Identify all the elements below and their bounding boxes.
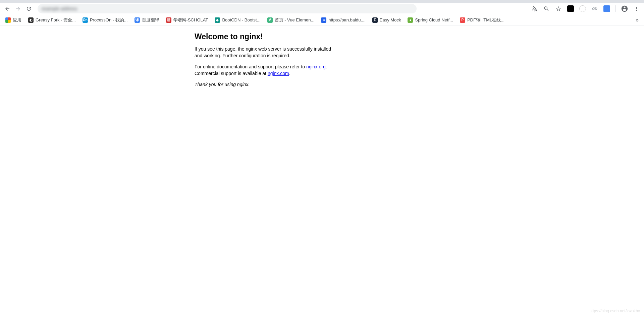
nginx-com-link[interactable]: nginx.com [268, 71, 289, 76]
bookmark-item-8[interactable]: ●Spring Cloud Netf... [405, 16, 455, 24]
bookmark-item-7[interactable]: EEasy Mock [370, 16, 404, 24]
bookmarks-bar: 应用 ◐Greasy Fork - 安全...OnProcessOn - 我的.… [0, 15, 644, 25]
arrow-left-icon [4, 6, 10, 12]
links-paragraph: For online documentation and support ple… [195, 64, 335, 77]
toolbar-actions [530, 4, 641, 13]
bookmark-item-1[interactable]: OnProcessOn - 我的... [80, 16, 130, 24]
bookmark-item-6[interactable]: ∞https://pan.baidu.... [318, 16, 368, 24]
apps-grid-icon [5, 17, 11, 23]
bookmark-item-3[interactable]: 斯学者网-SCHOLAT [163, 16, 211, 24]
reload-button[interactable] [24, 4, 34, 13]
bookmark-favicon: ◐ [28, 17, 34, 23]
nginx-org-link[interactable]: nginx.org [306, 64, 326, 69]
bookmark-label: PDF转HTML在线... [467, 17, 504, 23]
zoom-icon[interactable] [542, 4, 551, 13]
arrow-right-icon [15, 6, 21, 12]
apps-label: 应用 [13, 17, 21, 23]
bookmark-favicon: E [372, 17, 378, 23]
bookmark-label: Greasy Fork - 安全... [36, 17, 76, 23]
bookmark-label: 百度翻译 [142, 17, 159, 23]
bookmark-label: Spring Cloud Netf... [415, 17, 453, 22]
extension-1-icon[interactable] [566, 4, 575, 13]
bookmarks-overflow[interactable]: » [633, 16, 641, 24]
address-bar[interactable]: example address [38, 4, 417, 13]
browser-toolbar: example address [0, 3, 644, 15]
back-button[interactable] [3, 4, 12, 13]
menu-icon[interactable] [632, 4, 641, 13]
bookmark-favicon: P [460, 17, 465, 23]
bookmark-star-icon[interactable] [554, 4, 563, 13]
extension-4-icon[interactable] [602, 4, 611, 13]
extension-2-icon[interactable] [578, 4, 587, 13]
toolbar-separator [615, 5, 616, 12]
thanks-paragraph: Thank you for using nginx. [195, 81, 335, 88]
reload-icon [26, 6, 32, 12]
bookmark-favicon: 译 [135, 17, 140, 23]
bookmark-item-9[interactable]: PPDF转HTML在线... [457, 16, 507, 24]
bookmark-favicon: V [267, 17, 273, 23]
apps-bookmark[interactable]: 应用 [3, 16, 24, 24]
translate-icon[interactable] [530, 4, 539, 13]
bookmark-label: ProcessOn - 我的... [90, 17, 128, 23]
forward-button[interactable] [13, 4, 23, 13]
bookmark-favicon: 斯 [166, 17, 171, 23]
profile-icon[interactable] [620, 4, 629, 13]
bookmark-label: BootCDN - Bootst... [222, 17, 260, 22]
bookmark-label: https://pan.baidu.... [328, 17, 366, 22]
bookmark-item-0[interactable]: ◐Greasy Fork - 安全... [25, 16, 78, 24]
address-text: example address [42, 6, 77, 11]
bookmark-favicon: ◆ [215, 17, 220, 23]
bookmark-item-4[interactable]: ◆BootCDN - Bootst... [212, 16, 263, 24]
bookmark-label: Easy Mock [380, 17, 401, 22]
bookmark-favicon: ● [408, 17, 413, 23]
browser-chrome: example address [0, 0, 644, 25]
tab-strip [0, 0, 644, 3]
intro-paragraph: If you see this page, the nginx web serv… [195, 46, 335, 59]
bookmark-favicon: ∞ [321, 17, 326, 23]
bookmark-label: 学者网-SCHOLAT [173, 17, 208, 23]
page-content: Welcome to nginx! If you see this page, … [188, 25, 456, 100]
bookmark-label: 首页 - Vue Elemen... [275, 17, 315, 23]
extension-3-icon[interactable] [590, 4, 599, 13]
bookmark-item-5[interactable]: V首页 - Vue Elemen... [265, 16, 317, 24]
page-heading: Welcome to nginx! [195, 32, 449, 41]
bookmark-favicon: On [83, 17, 88, 23]
bookmark-item-2[interactable]: 译百度翻译 [132, 16, 162, 24]
